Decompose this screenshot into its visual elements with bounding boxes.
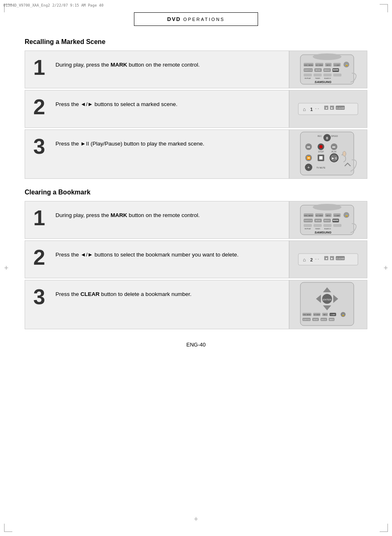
recalling-step-3-text: Press the ►II (Play/Pause) button to pla…	[55, 136, 282, 148]
clearing-step-2: 2 Press the ◄/► buttons to select the bo…	[25, 240, 367, 278]
recalling-step-3-number: 3	[33, 136, 50, 157]
svg-rect-22	[323, 74, 332, 76]
svg-text:INFO: INFO	[326, 64, 330, 66]
recalling-step-1: 1 During play, press the MARK button on …	[25, 51, 367, 88]
svg-text:CLEAR: CLEAR	[336, 257, 345, 260]
svg-text:⏪: ⏪	[307, 156, 311, 160]
svg-text:►: ►	[331, 106, 334, 109]
svg-text:ANGLE: ANGLE	[324, 69, 330, 71]
svg-text:EZ VIEW: EZ VIEW	[316, 64, 323, 66]
svg-text:SAMSUNG: SAMSUNG	[315, 231, 332, 234]
svg-text:DISC MENU: DISC MENU	[304, 64, 314, 66]
svg-text:⏭: ⏭	[332, 145, 336, 149]
svg-text:DISC MENU: DISC MENU	[304, 215, 314, 217]
recalling-step-3-image: 0 REC SPEED ⏮ ⏭ STOP PLAY	[289, 130, 367, 178]
nav-bar-svg-2: ⌂ 2 - - ◄ ► CLEAR	[296, 250, 360, 269]
svg-text:►II: ►II	[331, 156, 337, 160]
svg-text:SUBTITLE: SUBTITLE	[304, 219, 312, 222]
svg-text:CLEAR: CLEAR	[334, 64, 339, 66]
clearing-step-1: 1 During play, press the MARK button on …	[25, 201, 367, 239]
svg-text:MODE: MODE	[316, 69, 321, 71]
svg-text:SPEED: SPEED	[331, 135, 338, 137]
svg-text:◄: ◄	[325, 257, 328, 260]
svg-text:REPEAT: REPEAT	[304, 228, 311, 230]
svg-text:CLEAR: CLEAR	[330, 314, 335, 316]
recalling-step-1-left: 1 During play, press the MARK button on …	[25, 51, 289, 88]
nav-bar-svg-1: ⌂ 1 - - ◄ ► CLEAR	[296, 100, 360, 118]
clearing-title: Clearing a Bookmark	[25, 189, 367, 196]
crosshair-left: +	[4, 264, 9, 273]
svg-text:INFO: INFO	[323, 314, 327, 316]
recalling-section: Recalling a Marked Scene 1 During play, …	[25, 38, 367, 179]
svg-text:⌂: ⌂	[303, 257, 306, 263]
crosshair-bottom: +	[194, 515, 198, 524]
svg-text:CLEAR: CLEAR	[336, 107, 345, 109]
svg-point-62	[313, 204, 341, 210]
recalling-step-2-text: Press the ◄/► buttons to select a marked…	[55, 96, 282, 109]
crosshair-right: +	[383, 264, 388, 273]
svg-text:EZ VIEW: EZ VIEW	[314, 314, 320, 316]
svg-text:0: 0	[326, 136, 328, 140]
svg-rect-81	[304, 224, 312, 227]
page-container: 01304D_V9700_XAA_Eng2 2/22/07 9:15 AM Pa…	[0, 0, 392, 536]
svg-text:- -: - -	[315, 106, 319, 111]
svg-text:CLEAR: CLEAR	[334, 215, 339, 217]
svg-text:SUBTITLE: SUBTITLE	[304, 69, 312, 71]
svg-point-57	[343, 151, 346, 156]
svg-text:REC: REC	[318, 135, 322, 137]
clearing-step-2-left: 2 Press the ◄/► buttons to select the bo…	[25, 241, 289, 278]
corner-mark-br	[380, 524, 388, 532]
svg-text:SAMSUNG: SAMSUNG	[315, 80, 332, 84]
bold-mark-1: MARK	[111, 62, 127, 68]
svg-rect-23	[333, 74, 341, 76]
svg-text:MODE: MODE	[316, 219, 321, 222]
svg-text:ENTER: ENTER	[323, 298, 332, 301]
corner-mark-tr	[380, 4, 388, 12]
clearing-step-2-number: 2	[33, 247, 50, 268]
svg-rect-83	[323, 224, 332, 227]
recalling-step-1-image: DISC MENU EZ VIEW INFO CLEAR 🔒 SUBTITLE …	[289, 51, 367, 88]
svg-text:🔒: 🔒	[342, 314, 345, 317]
corner-mark-bl	[4, 524, 12, 532]
clearing-step-1-number: 1	[33, 207, 50, 229]
remote-svg-2: DISC MENU EZ VIEW INFO CLEAR 🔒 SUBTITLE …	[296, 203, 360, 237]
svg-rect-54	[319, 156, 323, 159]
svg-text:ANGLE: ANGLE	[324, 219, 330, 222]
svg-text:⏮: ⏮	[307, 145, 310, 149]
svg-text:TIMER: TIMER	[315, 77, 321, 79]
clearing-step-3: 3 Press the CLEAR button to delete a boo…	[25, 280, 367, 329]
clearing-step-2-image: ⌂ 2 - - ◄ ► CLEAR	[289, 241, 367, 278]
file-header-note: 01304D_V9700_XAA_Eng2 2/22/07 9:15 AM Pa…	[3, 3, 104, 7]
clearing-step-3-left: 3 Press the CLEAR button to delete a boo…	[25, 280, 289, 329]
svg-text:SUBTITLE: SUBTITLE	[303, 319, 310, 321]
svg-point-1	[313, 53, 341, 60]
clearing-step-1-text: During play, press the MARK button on th…	[55, 207, 282, 219]
svg-text:MARK: MARK	[333, 69, 339, 71]
svg-text:MARK: MARK	[333, 219, 339, 222]
svg-rect-82	[314, 224, 322, 227]
recalling-step-2-left: 2 Press the ◄/► buttons to select a mark…	[25, 90, 289, 127]
recalling-title: Recalling a Marked Scene	[25, 38, 367, 46]
recalling-step-2-number: 2	[33, 96, 50, 118]
svg-text:🔒: 🔒	[345, 214, 348, 217]
svg-rect-20	[304, 74, 312, 76]
svg-text:◄: ◄	[325, 106, 328, 109]
clearing-section: Clearing a Bookmark 1 During play, press…	[25, 189, 367, 329]
header-box: DVD OPERATIONS	[134, 12, 258, 26]
svg-text:STOP: STOP	[318, 150, 324, 153]
svg-text:TV MUTE: TV MUTE	[316, 166, 326, 169]
svg-rect-21	[314, 74, 322, 76]
clearing-step-3-number: 3	[33, 286, 50, 307]
svg-rect-84	[333, 224, 341, 227]
clearing-step-3-image: ENTER DISC MENU EZ VIEW INFO CLEAR 🔒 SUB	[289, 280, 367, 329]
svg-text:ANGLE: ANGLE	[321, 319, 327, 321]
remote-svg-bottom-1: 0 REC SPEED ⏮ ⏭ STOP PLAY	[296, 131, 360, 177]
svg-text:⌂: ⌂	[303, 106, 306, 112]
svg-text:PLAY: PLAY	[332, 150, 337, 153]
svg-text:DISC MENU: DISC MENU	[303, 314, 311, 316]
svg-text:TIMER: TIMER	[315, 228, 321, 230]
recalling-step-1-number: 1	[33, 57, 50, 78]
bold-clear: CLEAR	[81, 291, 100, 297]
recalling-step-3-left: 3 Press the ►II (Play/Pause) button to p…	[25, 130, 289, 178]
svg-point-46	[319, 145, 323, 148]
